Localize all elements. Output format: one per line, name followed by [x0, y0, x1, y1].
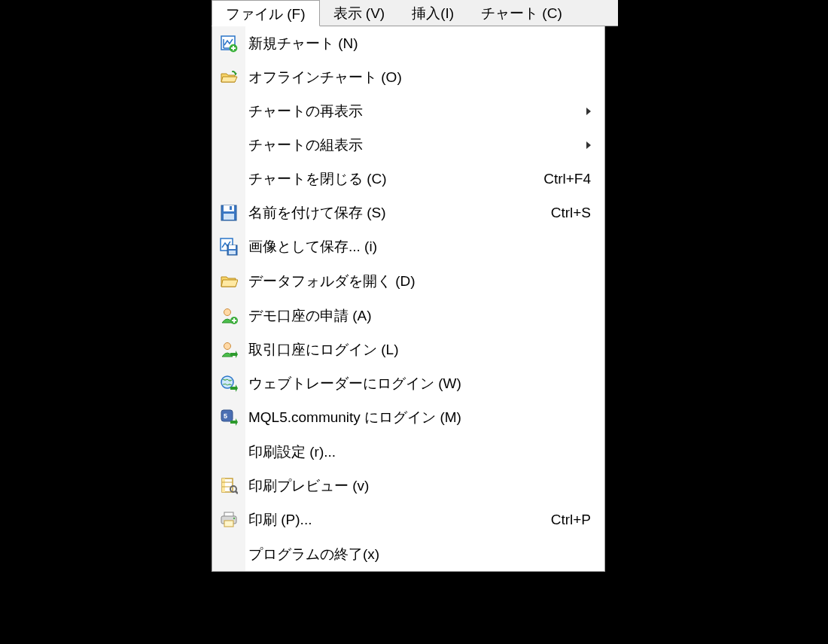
menu-new-chart-label: 新規チャート (N): [248, 34, 358, 53]
menubar-chart[interactable]: チャート (C): [467, 0, 576, 26]
menu-save-as-shortcut: Ctrl+S: [551, 205, 591, 221]
menubar-file-label: ファイル (F): [226, 5, 306, 24]
menu-login-mql5[interactable]: 5 MQL5.community にログイン (M): [212, 400, 604, 434]
mql5-login-icon: 5: [220, 409, 238, 427]
user-add-icon: [220, 307, 238, 325]
menu-redisplay-chart-label: チャートの再表示: [248, 102, 363, 121]
svg-point-19: [224, 342, 231, 349]
menu-print-shortcut: Ctrl+P: [551, 512, 591, 528]
globe-login-icon: [220, 375, 238, 393]
svg-rect-14: [229, 251, 236, 254]
menu-print-setup-label: 印刷設定 (r)...: [248, 442, 336, 462]
svg-rect-10: [224, 214, 234, 220]
menu-close-chart[interactable]: チャートを閉じる (C) Ctrl+F4: [212, 162, 604, 196]
menu-save-as[interactable]: 名前を付けて保存 (S) Ctrl+S: [212, 196, 604, 229]
menu-chart-profiles[interactable]: チャートの組表示: [212, 128, 604, 162]
menu-chart-profiles-label: チャートの組表示: [248, 135, 363, 155]
svg-point-15: [224, 308, 231, 315]
menu-demo-account-label: デモ口座の申請 (A): [248, 306, 372, 326]
menubar-view-label: 表示 (V): [333, 4, 385, 23]
menu-offline-chart-label: オフラインチャート (O): [248, 68, 402, 87]
menu-login-account-label: 取引口座にログイン (L): [248, 340, 399, 360]
menu-demo-account[interactable]: デモ口座の申請 (A): [212, 299, 604, 333]
menu-save-as-label: 名前を付けて保存 (S): [248, 203, 386, 223]
menu-print[interactable]: 印刷 (P)... Ctrl+P: [212, 503, 604, 536]
svg-line-31: [236, 491, 238, 494]
menu-save-image-label: 画像として保存... (i): [248, 237, 377, 257]
menu-offline-chart[interactable]: オフラインチャート (O): [212, 60, 604, 94]
save-icon: [221, 205, 237, 221]
file-menu-dropdown: 新規チャート (N) オフラインチャート (O): [212, 26, 605, 572]
menubar-view[interactable]: 表示 (V): [320, 0, 399, 26]
user-login-icon: [220, 341, 238, 359]
svg-rect-34: [224, 521, 233, 527]
svg-rect-27: [222, 478, 225, 492]
svg-rect-8: [224, 205, 234, 211]
printer-icon: [220, 512, 238, 528]
svg-rect-9: [230, 206, 232, 210]
folder-open-icon: [220, 69, 238, 86]
svg-point-35: [233, 517, 235, 518]
menu-exit-label: プログラムの終了(x): [248, 545, 379, 564]
submenu-arrow-icon: [586, 141, 591, 149]
svg-point-21: [221, 376, 233, 388]
save-image-icon: [220, 238, 238, 256]
folder-icon: [220, 274, 238, 289]
svg-marker-6: [234, 73, 237, 74]
menu-login-webtrader[interactable]: ウェブトレーダーにログイン (W): [212, 366, 604, 400]
menu-login-webtrader-label: ウェブトレーダーにログイン (W): [248, 374, 461, 393]
menu-login-mql5-label: MQL5.community にログイン (M): [248, 408, 461, 427]
menu-print-label: 印刷 (P)...: [248, 510, 312, 530]
menu-login-account[interactable]: 取引口座にログイン (L): [212, 333, 604, 366]
menubar: ファイル (F) 表示 (V) 挿入(I) チャート (C): [212, 0, 618, 26]
menubar-file[interactable]: ファイル (F): [212, 0, 320, 26]
menubar-chart-label: チャート (C): [481, 4, 562, 23]
menu-print-setup[interactable]: 印刷設定 (r)...: [212, 435, 604, 469]
menu-print-preview-label: 印刷プレビュー (v): [248, 476, 369, 496]
new-chart-icon: [220, 35, 238, 53]
menu-save-image[interactable]: 画像として保存... (i): [212, 229, 604, 263]
menu-exit[interactable]: プログラムの終了(x): [212, 537, 604, 571]
menu-open-data-folder[interactable]: データフォルダを開く (D): [212, 264, 604, 298]
print-preview-icon: [220, 478, 238, 494]
menu-redisplay-chart[interactable]: チャートの再表示: [212, 94, 604, 128]
svg-rect-13: [229, 245, 236, 249]
menu-open-data-folder-label: データフォルダを開く (D): [248, 272, 416, 291]
menubar-insert[interactable]: 挿入(I): [398, 0, 467, 26]
submenu-arrow-icon: [586, 108, 591, 115]
menu-print-preview[interactable]: 印刷プレビュー (v): [212, 469, 604, 503]
menubar-insert-label: 挿入(I): [412, 4, 454, 23]
menu-new-chart[interactable]: 新規チャート (N): [212, 26, 604, 60]
menu-close-chart-label: チャートを閉じる (C): [248, 169, 387, 189]
menu-close-chart-shortcut: Ctrl+F4: [543, 171, 591, 187]
svg-text:5: 5: [224, 412, 227, 420]
